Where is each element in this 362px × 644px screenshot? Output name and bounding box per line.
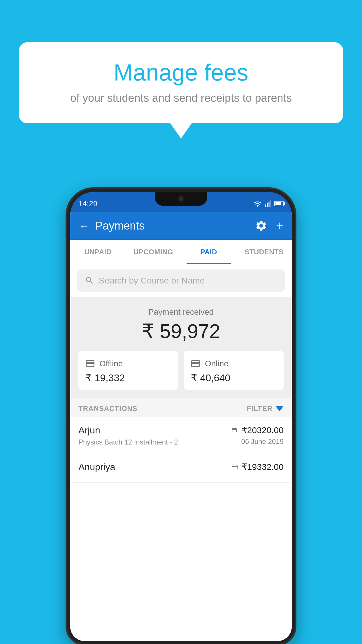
search-container: Search by Course or Name: [70, 264, 292, 297]
search-bar[interactable]: Search by Course or Name: [77, 270, 285, 292]
filter-container[interactable]: FILTER: [247, 405, 284, 413]
offline-payment-card: Offline ₹ 19,332: [78, 351, 178, 390]
transaction-right: ₹20320.00 06 June 2019: [230, 425, 284, 446]
offline-amount: ₹ 19,332: [85, 372, 172, 384]
status-icons: [253, 200, 284, 207]
transaction-amount: ₹19332.00: [242, 462, 284, 472]
credit-card-icon: [190, 358, 201, 369]
cash-icon: [85, 358, 95, 369]
transaction-cash-icon: [231, 463, 239, 470]
app-screen: ← Payments + UNPAID UPCOMING PAID STUDEN…: [70, 212, 292, 641]
tab-unpaid[interactable]: UNPAID: [70, 240, 126, 264]
phone-frame: 14:29 ← Payme: [67, 189, 295, 644]
online-amount: ₹ 40,640: [190, 372, 277, 384]
offline-label: Offline: [99, 359, 123, 368]
page-title: Payments: [95, 220, 249, 232]
app-header: ← Payments +: [70, 212, 292, 240]
svg-rect-2: [267, 203, 268, 207]
payment-summary: Payment received ₹ 59,972 Offline ₹ 19,3…: [70, 297, 292, 398]
transaction-date: 06 June 2019: [241, 438, 284, 446]
transaction-amount: ₹20320.00: [242, 425, 284, 435]
transaction-name: Arjun: [78, 425, 230, 436]
tab-paid[interactable]: PAID: [181, 240, 236, 264]
tab-upcoming[interactable]: UPCOMING: [126, 240, 181, 264]
transaction-left: Arjun Physics Batch 12 Installment - 2: [78, 425, 230, 446]
transactions-header: TRANSACTIONS FILTER: [70, 398, 292, 417]
svg-point-0: [257, 205, 259, 207]
transaction-right: ₹19332.00: [231, 462, 284, 474]
online-label: Online: [205, 359, 229, 368]
speech-bubble: Manage fees of your students and send re…: [19, 42, 343, 123]
transaction-item[interactable]: Arjun Physics Batch 12 Installment - 2 ₹…: [70, 417, 292, 454]
transaction-left: Anupriya: [78, 462, 231, 475]
offline-card-header: Offline: [85, 358, 172, 369]
battery-icon: [274, 201, 284, 206]
transaction-amount-row: ₹20320.00: [230, 425, 284, 435]
transaction-amount-row: ₹19332.00: [231, 462, 284, 472]
wifi-icon: [253, 200, 262, 207]
payment-cards: Offline ₹ 19,332 Online ₹ 40,640: [78, 351, 284, 390]
svg-rect-1: [265, 204, 266, 207]
svg-rect-3: [268, 202, 270, 207]
payment-received-label: Payment received: [78, 307, 284, 317]
add-button[interactable]: +: [276, 218, 284, 233]
speech-bubble-title: Manage fees: [39, 60, 323, 85]
settings-icon[interactable]: [255, 220, 267, 232]
phone-notch: [155, 192, 207, 206]
tab-students[interactable]: STUDENTS: [236, 240, 292, 264]
payment-total-amount: ₹ 59,972: [78, 320, 284, 343]
back-button[interactable]: ←: [78, 220, 89, 231]
search-icon: [85, 276, 94, 285]
speech-bubble-subtitle: of your students and send receipts to pa…: [39, 92, 323, 104]
svg-rect-4: [270, 200, 271, 207]
filter-label: FILTER: [247, 405, 273, 413]
tabs-bar: UNPAID UPCOMING PAID STUDENTS: [70, 240, 292, 264]
transaction-list: Arjun Physics Batch 12 Installment - 2 ₹…: [70, 417, 292, 641]
transaction-payment-icon: [230, 427, 239, 433]
transactions-label: TRANSACTIONS: [78, 405, 138, 413]
signal-icon: [265, 200, 271, 207]
online-card-header: Online: [190, 358, 277, 369]
transaction-item[interactable]: Anupriya ₹19332.00: [70, 454, 292, 483]
front-camera: [178, 195, 184, 202]
transaction-name: Anupriya: [78, 462, 231, 473]
status-time: 14:29: [78, 199, 97, 208]
online-payment-card: Online ₹ 40,640: [184, 351, 284, 390]
search-placeholder: Search by Course or Name: [99, 276, 205, 286]
transaction-detail: Physics Batch 12 Installment - 2: [78, 438, 230, 446]
filter-icon: [275, 406, 284, 411]
